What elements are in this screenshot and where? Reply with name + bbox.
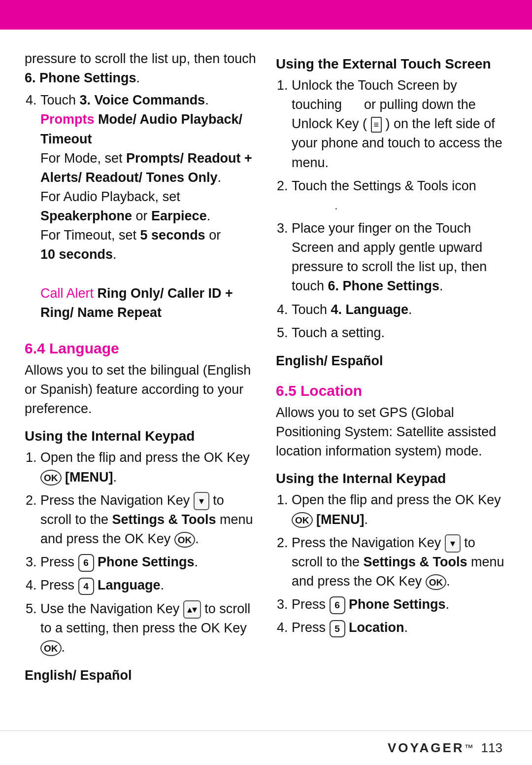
language-desc: Allows you to set the bilingual (English…	[25, 361, 256, 418]
menu-label-2: [MENU]	[316, 512, 364, 527]
nav-key-icon-2: ▴▾	[183, 600, 201, 619]
speakerphone-label: Speakerphone	[40, 209, 132, 223]
internal-keypad2-steps: Open the flip and press the OK Key OK [M…	[292, 490, 507, 641]
english-espanol-left: English/ Español	[25, 666, 256, 685]
ok-key-icon-1: OK	[40, 470, 62, 486]
ext-touch-steps: Unlock the Touch Screen by touching or p…	[292, 76, 507, 347]
settings-tools-2: Settings & Tools	[364, 555, 467, 569]
phone-settings-2: Phone Settings	[98, 555, 195, 569]
ik-step3: Press 6 Phone Settings.	[40, 553, 256, 572]
internal-keypad-steps: Open the flip and press the OK Key OK [M…	[40, 448, 256, 661]
location-key-label: Location	[349, 620, 404, 635]
main-content: pressure to scroll the list up, then tou…	[0, 30, 532, 688]
earpiece-label: Earpiece	[151, 209, 207, 223]
language-key-label: Language	[98, 578, 161, 592]
nav-key-icon-1: ▾	[194, 492, 209, 510]
ext-step4: Touch 4. Language.	[292, 300, 507, 319]
english-espanol-right: English/ Español	[276, 351, 507, 371]
five-seconds: 5 seconds	[140, 228, 205, 243]
menu-label-1: [MENU]	[65, 470, 113, 485]
ext-step2: Touch the Settings & Tools icon .	[292, 176, 507, 215]
num-4-key: 4	[78, 578, 94, 595]
language-section-heading: 6.4 Language	[25, 340, 256, 357]
brand-name: VOYAGER	[388, 740, 465, 756]
prompts-pink: Prompts	[40, 112, 95, 127]
ik-step1: Open the flip and press the OK Key OK [M…	[40, 448, 256, 487]
location-section-heading: 6.5 Location	[276, 382, 507, 399]
intro-list: Touch 3. Voice Commands. Prompts Mode/ A…	[40, 91, 256, 326]
ext-step3: Place your finger on the Touch Screen an…	[292, 219, 507, 296]
page-number: 113	[481, 740, 502, 756]
ik2-step3: Press 6 Phone Settings.	[292, 595, 507, 614]
ik-step5: Use the Navigation Key ▴▾ to scroll to a…	[40, 599, 256, 658]
location-desc: Allows you to set GPS (Global Positionin…	[276, 403, 507, 461]
internal-keypad-heading: Using the Internal Keypad	[25, 428, 256, 444]
phone-settings-3: Phone Settings	[349, 597, 446, 612]
ok-key-icon-4: OK	[292, 512, 313, 528]
nav-key-icon-3: ▾	[445, 534, 461, 553]
top-bar	[0, 0, 532, 30]
ok-key-icon-5: OK	[426, 574, 447, 590]
call-alert-pink: Call Alert	[40, 286, 94, 301]
prompts-readout: Prompts/ Readout + Alerts/ Readout/ Tone…	[40, 151, 252, 185]
unlock-key-icon: ≡	[371, 117, 382, 133]
ik2-step2: Press the Navigation Key ▾ to scroll to …	[292, 533, 507, 591]
footer: VOYAGER™ 113	[0, 730, 532, 765]
trademark-symbol: ™	[465, 743, 473, 753]
ok-key-icon-3: OK	[40, 640, 62, 656]
language-ext-label: 4. Language	[331, 302, 409, 317]
internal-keypad-heading-2: Using the Internal Keypad	[276, 471, 507, 487]
intro-item4: Touch 3. Voice Commands. Prompts Mode/ A…	[40, 91, 256, 322]
voice-commands-label: 3. Voice Commands	[80, 93, 205, 107]
num-6-key-2: 6	[330, 596, 345, 614]
ik2-step1: Open the flip and press the OK Key OK [M…	[292, 490, 507, 529]
phone-settings-ext: 6. Phone Settings	[328, 278, 440, 293]
ik-step4: Press 4 Language.	[40, 576, 256, 595]
ext-touch-heading: Using the External Touch Screen	[276, 56, 507, 72]
ext-step1: Unlock the Touch Screen by touching or p…	[292, 76, 507, 173]
intro-phone-settings: 6. Phone Settings	[25, 70, 136, 85]
settings-icon-placeholder: .	[292, 198, 338, 212]
ik2-step4: Press 5 Location.	[292, 618, 507, 637]
num-5-key: 5	[330, 620, 345, 638]
ten-seconds: 10 seconds	[40, 247, 113, 262]
num-6-key-1: 6	[78, 554, 94, 572]
ik-step2: Press the Navigation Key ▾ to scroll to …	[40, 491, 256, 549]
ext-step5: Touch a setting.	[292, 323, 507, 343]
intro-p1: pressure to scroll the list up, then tou…	[25, 49, 256, 88]
left-column: pressure to scroll the list up, then tou…	[25, 49, 256, 688]
settings-tools-1: Settings & Tools	[112, 512, 216, 527]
right-column: Using the External Touch Screen Unlock t…	[276, 49, 507, 688]
ok-key-icon-2: OK	[174, 532, 196, 548]
